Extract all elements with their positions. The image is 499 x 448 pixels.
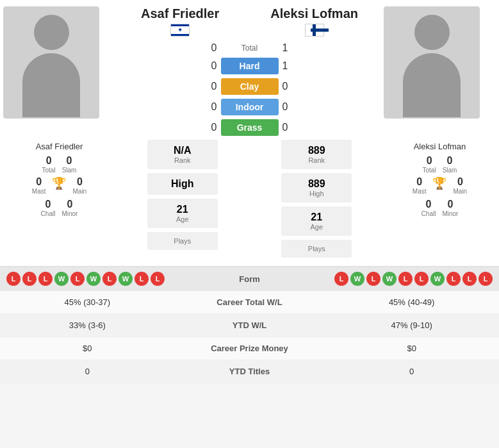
stat-left-val: $0 — [0, 337, 175, 360]
left-indoor-score: 0 — [202, 101, 221, 113]
right-total-stat: 0 Total — [423, 155, 436, 174]
right-main-lbl: Main — [453, 188, 467, 195]
left-form-badge: L — [135, 272, 149, 286]
left-age-label: Age — [147, 215, 218, 223]
center-header: Asaf Friedler ✦ Aleksi Lofman — [115, 6, 384, 138]
left-mast-val: 0 — [36, 176, 42, 188]
right-form-badge: L — [398, 272, 413, 286]
right-chall-stat: 0 Chall — [421, 199, 436, 217]
left-clay-score: 0 — [202, 81, 221, 92]
right-form-badge: W — [350, 272, 364, 286]
left-stats-row2: 0 Mast 🏆 0 Main — [32, 176, 86, 195]
left-rank-value: N/A — [147, 145, 218, 156]
stat-left-val: 45% (30-37) — [0, 291, 175, 314]
right-form-badge: L — [414, 272, 429, 286]
right-mast-stat: 0 Mast — [413, 176, 427, 195]
indoor-score-row: 0 Indoor 0 — [115, 99, 384, 115]
right-form-badge: L — [479, 272, 493, 286]
clay-score-row: 0 Clay 0 — [115, 78, 384, 95]
right-form-badge: L — [334, 272, 348, 286]
left-form-badge: W — [119, 272, 133, 286]
left-total-val: 0 — [46, 155, 52, 167]
stats-row: 45% (30-37) Career Total W/L 45% (40-49) — [0, 291, 499, 314]
left-chall-lbl: Chall — [41, 210, 56, 217]
left-plays-box: Plays — [147, 232, 218, 250]
left-minor-lbl: Minor — [61, 210, 78, 217]
left-form-badge: L — [70, 272, 85, 286]
right-form-badges: LWLWLLWLLL — [275, 272, 493, 286]
left-player-stats: 0 Total 0 Slam — [42, 155, 77, 174]
right-minor-val: 0 — [447, 199, 453, 210]
grass-badge: Grass — [221, 119, 279, 136]
right-avatar-head — [414, 15, 450, 50]
left-total-lbl: Total — [42, 167, 56, 174]
form-section: LLLWLWLWLL Form LWLWLLWLLL — [0, 266, 499, 291]
right-slam-lbl: Slam — [443, 167, 457, 174]
left-flag-container: ✦ — [170, 24, 190, 37]
right-minor-stat: 0 Minor — [442, 199, 458, 217]
right-center-panel: 889 Rank 889 High 21 Age Plays — [250, 138, 384, 260]
right-form-badge: L — [446, 272, 461, 286]
left-main-stat: 0 Main — [72, 176, 86, 195]
right-total-score: 1 — [279, 42, 298, 54]
left-rank-label: Rank — [147, 156, 218, 164]
right-total-lbl: Total — [423, 167, 436, 174]
right-mast-val: 0 — [416, 176, 422, 188]
right-player-name: Aleksi Lofman — [270, 6, 358, 21]
left-main-val: 0 — [77, 176, 83, 188]
left-stats-panel: Asaf Friedler 0 Total 0 Slam 0 Mast 🏆 — [3, 138, 115, 260]
right-trophy-icon: 🏆 — [432, 176, 446, 195]
stat-right-val: 47% (9-10) — [324, 314, 499, 337]
stat-center-label: YTD Titles — [175, 360, 325, 383]
left-stats-row3: 0 Chall 0 Minor — [41, 199, 78, 217]
right-high-box: 889 High — [281, 173, 352, 203]
left-minor-stat: 0 Minor — [61, 199, 78, 217]
left-slam-lbl: Slam — [62, 167, 77, 174]
stats-row: 0 YTD Titles 0 — [0, 360, 499, 383]
right-player-stats: 0 Total 0 Slam — [423, 155, 457, 174]
right-high-label: High — [294, 190, 339, 197]
stats-table: 45% (30-37) Career Total W/L 45% (40-49)… — [0, 291, 499, 383]
left-chall-val: 0 — [45, 199, 51, 210]
right-rank-box: 889 Rank — [281, 140, 352, 169]
stat-center-label: YTD W/L — [175, 314, 325, 337]
right-main-val: 0 — [457, 176, 463, 188]
stat-right-val: 45% (40-49) — [324, 291, 499, 314]
right-form-badge: W — [430, 272, 445, 286]
right-avatar-body — [403, 53, 461, 117]
right-chall-val: 0 — [426, 199, 432, 210]
stats-row: 33% (3-6) YTD W/L 47% (9-10) — [0, 314, 499, 337]
clay-badge: Clay — [221, 78, 279, 95]
right-slam-stat: 0 Slam — [443, 155, 457, 174]
right-plays-box: Plays — [281, 240, 352, 258]
left-form-badges: LLLWLWLWLL — [6, 272, 224, 286]
stat-center-label: Career Prize Money — [175, 337, 325, 360]
left-main-lbl: Main — [72, 188, 86, 195]
left-flag-il: ✦ — [170, 24, 190, 37]
left-total-stat: 0 Total — [42, 155, 56, 174]
left-player-header — [3, 6, 115, 138]
left-plays-label: Plays — [147, 237, 218, 245]
top-header: Asaf Friedler ✦ Aleksi Lofman — [0, 0, 499, 138]
right-stats-row3: 0 Chall 0 Minor — [421, 199, 459, 217]
right-form-badge: L — [462, 272, 477, 286]
left-high-box: High — [147, 173, 218, 195]
right-rank-label: Rank — [294, 156, 339, 164]
right-plays-label: Plays — [294, 245, 339, 253]
left-grass-score: 0 — [202, 122, 221, 133]
right-age-box: 21 Age — [281, 206, 352, 236]
stat-right-val: 0 — [324, 360, 499, 383]
right-slam-val: 0 — [447, 155, 453, 167]
left-avatar-body — [22, 53, 80, 117]
right-minor-lbl: Minor — [442, 210, 458, 217]
right-high-value: 889 — [294, 178, 339, 190]
right-player-header — [384, 6, 496, 138]
center-info-panel: N/A Rank High 21 Age Plays — [115, 138, 250, 260]
left-form-badge: L — [151, 272, 165, 286]
left-slam-val: 0 — [67, 155, 72, 167]
right-player-avatar — [384, 6, 480, 119]
left-minor-val: 0 — [67, 199, 72, 210]
left-age-value: 21 — [147, 204, 218, 215]
right-flag-fi — [305, 24, 324, 37]
left-avatar-head — [34, 15, 69, 50]
